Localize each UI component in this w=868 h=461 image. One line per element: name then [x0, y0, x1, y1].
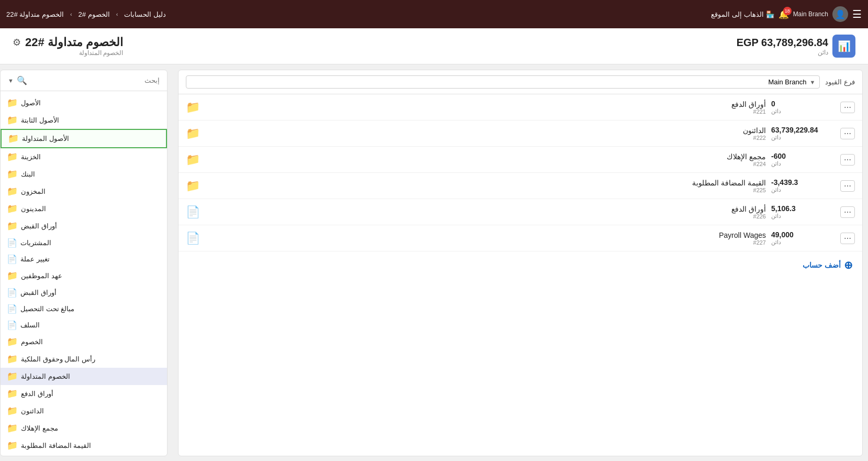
sidebar-item-label: الأصول الثابتة	[21, 116, 59, 124]
file-icon: 📄	[7, 254, 17, 264]
list-item[interactable]: مجمع الإهلاك 📁	[1, 420, 167, 437]
notification-button[interactable]: 🔔 18	[778, 9, 789, 19]
list-item[interactable]: أوراق القبض 📁	[1, 217, 167, 235]
hamburger-button[interactable]: ☰	[852, 8, 862, 20]
list-item[interactable]: أوراق القبض 📄	[1, 284, 167, 301]
add-account-button[interactable]: ⊕ أضف حساب	[803, 259, 853, 271]
breadcrumb-item-2[interactable]: الخصوم #2	[79, 10, 110, 18]
row-amounts: 5,106.3 دائن	[771, 204, 834, 219]
topnav-left: ☰ 👤 Main Branch 🔔 18 🏪 الذهاب إلى الموقع	[711, 6, 862, 22]
row-number: #224	[205, 161, 766, 167]
list-item[interactable]: الأصول 📁	[1, 94, 167, 112]
row-name-area: أوراق الدفع #221	[205, 100, 766, 115]
row-number: #221	[205, 108, 766, 115]
list-item[interactable]: البنك 📁	[1, 166, 167, 183]
row-sublabel: دائن	[771, 108, 834, 115]
table-row: ⋯ 63,739,229.84 دائن الدائنون #222 📁	[179, 120, 862, 147]
list-item[interactable]: مبالغ تحت التحصيل 📄	[1, 301, 167, 317]
row-dots-button[interactable]: ⋯	[840, 102, 855, 113]
sidebar-item-label: الخصوم	[21, 338, 43, 346]
sidebar-item-label: السلف	[20, 321, 40, 329]
row-name-area: Payroll Wages #227	[205, 231, 766, 246]
file-icon: 📄	[7, 238, 17, 248]
breadcrumb-item-3[interactable]: الخصوم متداولة #22	[6, 10, 64, 18]
chart-icon: 📊	[832, 35, 855, 58]
accounts-panel: فرع القيود ▼ ⋯ 0 دائن أوراق الدفع #221 📁…	[178, 70, 863, 456]
dropdown-arrow-icon[interactable]: ▼	[809, 79, 815, 85]
folder-icon: 📁	[7, 186, 18, 197]
folder-icon: 📁	[7, 270, 18, 281]
sidebar-item-label: أوراق القبض	[20, 289, 57, 297]
list-item[interactable]: الخصوم 📁	[1, 333, 167, 350]
add-account-row: ⊕ أضف حساب	[179, 251, 862, 279]
list-item[interactable]: الدائنون 📁	[1, 402, 167, 420]
breadcrumb-item-1[interactable]: دليل الحسابات	[124, 10, 166, 18]
row-dots-button[interactable]: ⋯	[840, 180, 855, 192]
row-actions: ⋯	[839, 154, 855, 166]
summary-label: دائن	[737, 49, 828, 56]
page-header: 📊 EGP 63,789,296.84 دائن الخصوم متداولة …	[0, 28, 868, 64]
row-number: #225	[205, 187, 766, 193]
list-item[interactable]: عهد الموظفين 📁	[1, 267, 167, 284]
sidebar-item-label: الأصول المتداولة	[22, 135, 69, 142]
row-name-area: أوراق الدفع #226	[205, 205, 766, 219]
row-name: أوراق الدفع	[205, 205, 766, 213]
row-sublabel: دائن	[771, 134, 834, 141]
row-dots-button[interactable]: ⋯	[840, 206, 855, 218]
file-icon: 📄	[186, 205, 200, 219]
filter-input[interactable]	[191, 78, 806, 86]
folder-icon: 📁	[7, 151, 18, 162]
folder-icon: 📁	[186, 153, 200, 167]
list-item[interactable]: الخزينة 📁	[1, 148, 167, 166]
settings-icon[interactable]: ⚙	[13, 37, 21, 48]
list-item[interactable]: المخزون 📁	[1, 183, 167, 200]
row-amounts: 600- دائن	[771, 152, 834, 167]
row-dots-button[interactable]: ⋯	[840, 128, 855, 139]
file-icon: 📄	[186, 232, 200, 245]
row-name: الدائنون	[205, 126, 766, 135]
list-item[interactable]: المشتريات 📄	[1, 235, 167, 251]
plus-circle-icon: ⊕	[844, 259, 853, 271]
sidebar-dropdown-arrow-icon[interactable]: ▼	[8, 78, 14, 84]
list-item[interactable]: أوراق الدفع 📁	[1, 385, 167, 402]
file-icon: 📄	[7, 304, 17, 314]
folder-icon: 📁	[186, 101, 200, 114]
list-item[interactable]: الخصوم المتداولة 📁	[1, 368, 167, 385]
row-actions: ⋯	[839, 128, 855, 139]
row-actions: ⋯	[839, 233, 855, 244]
list-item[interactable]: الأصول الثابتة 📁	[1, 112, 167, 129]
breadcrumb-sep-2: ›	[70, 11, 72, 17]
sidebar-search: 🔍 ▼	[1, 70, 167, 91]
goto-button[interactable]: 🏪 الذهاب إلى الموقع	[711, 10, 774, 18]
row-amount: 3,439.3-	[771, 178, 834, 186]
row-actions: ⋯	[839, 206, 855, 218]
list-item[interactable]: القيمة المضافة المطلوبة 📁	[1, 437, 167, 454]
sidebar-items: الأصول 📁 الأصول الثابتة 📁 الأصول المتداو…	[1, 91, 167, 456]
sidebar-item-label: المدينون	[21, 205, 46, 213]
list-item[interactable]: رأس المال وحقوق الملكية 📁	[1, 350, 167, 368]
list-item[interactable]: الأصول المتداولة 📁	[1, 129, 167, 148]
folder-icon: 📁	[7, 221, 18, 232]
list-item[interactable]: المدينون 📁	[1, 200, 167, 217]
row-name-area: الدائنون #222	[205, 126, 766, 141]
sidebar-item-label: رأس المال وحقوق الملكية	[21, 355, 95, 363]
row-dots-button[interactable]: ⋯	[840, 233, 855, 244]
sidebar-item-label: الخصوم المتداولة	[21, 372, 70, 380]
page-title-area: الخصوم متداولة #22 ⚙ الخصوم المتداولة	[13, 36, 123, 57]
row-name-area: مجمع الإهلاك #224	[205, 152, 766, 167]
add-account-label: أضف حساب	[803, 261, 841, 269]
sidebar-item-label: تغيير عملة	[20, 255, 50, 263]
row-dots-button[interactable]: ⋯	[840, 154, 855, 166]
sidebar-search-input[interactable]	[30, 76, 160, 84]
folder-icon: 📁	[7, 405, 18, 416]
folder-icon: 📁	[7, 371, 18, 382]
file-icon: 📄	[7, 320, 17, 330]
sidebar-item-label: القيمة المضافة المطلوبة	[21, 442, 91, 449]
folder-icon: 📁	[186, 179, 200, 193]
row-name: مجمع الإهلاك	[205, 152, 766, 161]
folder-icon: 📁	[7, 388, 18, 399]
list-item[interactable]: تغيير عملة 📄	[1, 251, 167, 267]
folder-icon: 📁	[7, 354, 18, 365]
list-item[interactable]: السلف 📄	[1, 317, 167, 333]
summary-block: EGP 63,789,296.84 دائن	[737, 37, 828, 56]
